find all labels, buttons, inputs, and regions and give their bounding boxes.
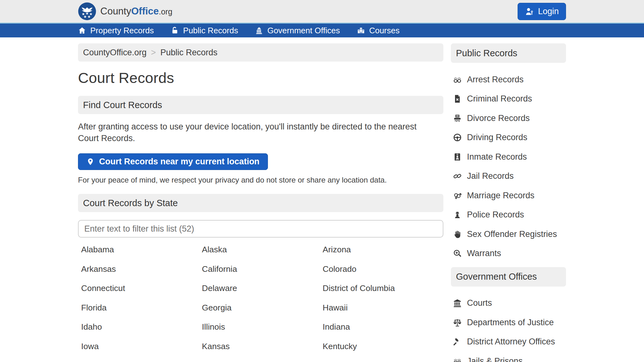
- sidebar-public-records-heading: Public Records: [451, 43, 566, 63]
- state-link-arizona[interactable]: Arizona: [323, 245, 443, 255]
- courthouse-icon: [453, 299, 462, 308]
- sidebar-item-marriage-records[interactable]: Marriage Records: [453, 190, 566, 201]
- login-button[interactable]: Login: [518, 3, 566, 20]
- state-link-connecticut[interactable]: Connecticut: [81, 283, 202, 293]
- sidebar-item-criminal-records[interactable]: Criminal Records: [453, 94, 566, 104]
- nav-item-label: Property Records: [90, 26, 154, 36]
- breadcrumb-current: Public Records: [160, 48, 218, 58]
- sidebar-item-label: Driving Records: [467, 133, 527, 142]
- nav-item-property-records[interactable]: Property Records: [78, 26, 154, 36]
- state-link-kansas[interactable]: Kansas: [202, 342, 323, 351]
- nav-item-public-records[interactable]: Public Records: [171, 26, 238, 36]
- find-section-heading: Find Court Records: [78, 96, 443, 114]
- house-icon: [78, 26, 86, 35]
- sidebar-item-label: Arrest Records: [467, 75, 524, 85]
- privacy-note: For your peace of mind, we respect your …: [78, 176, 443, 184]
- school-icon: [357, 26, 365, 35]
- find-description: After granting access to use your device…: [78, 121, 433, 144]
- person-key-icon: [525, 7, 535, 16]
- id-card-icon: [453, 152, 462, 162]
- state-filter-input[interactable]: [78, 220, 443, 238]
- handcuffs-icon: [453, 75, 462, 84]
- nav-item-label: Public Records: [183, 26, 238, 36]
- padlock-open-icon: [171, 26, 179, 35]
- handcuffs-icon: [453, 357, 462, 362]
- near-location-label: Court Records near my current location: [99, 157, 259, 167]
- state-link-california[interactable]: California: [202, 264, 323, 274]
- state-link-arkansas[interactable]: Arkansas: [81, 264, 202, 274]
- police-officer-icon: [453, 210, 462, 219]
- login-label: Login: [538, 7, 559, 16]
- sidebar-item-courts[interactable]: Courts: [453, 298, 566, 309]
- capitol-icon: [255, 26, 263, 35]
- sidebar-item-district-attorney-offices[interactable]: District Attorney Offices: [453, 337, 566, 347]
- site-header: CountyOffice.org Login: [0, 0, 644, 23]
- site-logo[interactable]: CountyOffice.org: [78, 2, 172, 20]
- sidebar-item-label: Criminal Records: [467, 94, 532, 104]
- sidebar-item-label: Warrants: [467, 249, 501, 258]
- state-link-delaware[interactable]: Delaware: [202, 283, 323, 293]
- state-link-idaho[interactable]: Idaho: [81, 322, 202, 332]
- sidebar-item-departments-of-justice[interactable]: Departments of Justice: [453, 317, 566, 328]
- state-link-iowa[interactable]: Iowa: [81, 342, 202, 351]
- steering-wheel-icon: [453, 133, 462, 142]
- sidebar-item-label: District Attorney Offices: [467, 337, 555, 347]
- state-link-alaska[interactable]: Alaska: [202, 245, 323, 255]
- sidebar-item-jail-records[interactable]: Jail Records: [453, 171, 566, 182]
- state-link-indiana[interactable]: Indiana: [323, 322, 443, 332]
- sidebar-item-divorce-records[interactable]: Divorce Records: [453, 113, 566, 123]
- sidebar-item-warrants[interactable]: Warrants: [453, 248, 566, 259]
- shredder-icon: [453, 114, 462, 123]
- state-link-kentucky[interactable]: Kentucky: [323, 342, 443, 351]
- file-x-icon: [453, 94, 462, 103]
- raised-hand-icon: [453, 230, 462, 239]
- sidebar-item-label: Courts: [467, 298, 492, 308]
- nav-item-label: Government Offices: [267, 26, 340, 36]
- search-plus-icon: [453, 249, 462, 258]
- sidebar-item-inmate-records[interactable]: Inmate Records: [453, 151, 566, 162]
- gavel-icon: [453, 337, 462, 346]
- page-title: Court Records: [78, 69, 443, 86]
- by-state-section-heading: Court Records by State: [78, 194, 443, 212]
- nav-item-label: Courses: [369, 26, 400, 36]
- sidebar-item-label: Departments of Justice: [467, 318, 554, 327]
- breadcrumb: CountyOffice.org > Public Records: [78, 43, 443, 62]
- state-link-alabama[interactable]: Alabama: [81, 245, 202, 255]
- breadcrumb-home-link[interactable]: CountyOffice.org: [83, 48, 147, 58]
- nav-item-government-offices[interactable]: Government Offices: [255, 26, 340, 36]
- state-list: AlabamaAlaskaArizonaArkansasCaliforniaCo…: [78, 240, 443, 362]
- state-link-florida[interactable]: Florida: [81, 303, 202, 313]
- sidebar-item-arrest-records[interactable]: Arrest Records: [453, 74, 566, 85]
- sidebar-item-police-records[interactable]: Police Records: [453, 210, 566, 220]
- state-link-hawaii[interactable]: Hawaii: [323, 303, 443, 313]
- main-content: CountyOffice.org > Public Records Court …: [78, 43, 443, 362]
- near-location-button[interactable]: Court Records near my current location: [78, 153, 268, 170]
- sidebar-item-driving-records[interactable]: Driving Records: [453, 132, 566, 143]
- sidebar-item-label: Police Records: [467, 210, 524, 220]
- sidebar-item-label: Jail Records: [467, 171, 514, 181]
- location-pin-icon: [86, 158, 94, 166]
- sidebar-item-label: Inmate Records: [467, 152, 527, 162]
- state-link-maine[interactable]: Maine: [202, 361, 323, 362]
- sidebar-item-label: Divorce Records: [467, 113, 530, 123]
- state-link-colorado[interactable]: Colorado: [323, 264, 443, 274]
- sidebar-item-label: Marriage Records: [467, 191, 535, 200]
- state-link-georgia[interactable]: Georgia: [202, 303, 323, 313]
- chain-links-icon: [453, 172, 462, 181]
- main-nav: Property RecordsPublic RecordsGovernment…: [0, 23, 644, 37]
- sidebar-item-jails-and-prisons[interactable]: Jails & Prisons: [453, 356, 566, 362]
- breadcrumb-separator: >: [151, 48, 156, 58]
- state-link-maryland[interactable]: Maryland: [323, 361, 443, 362]
- state-link-illinois[interactable]: Illinois: [202, 322, 323, 332]
- sidebar-item-sex-offender-registries[interactable]: Sex Offender Registries: [453, 229, 566, 239]
- sidebar-government-offices-heading: Government Offices: [451, 267, 566, 287]
- nav-item-courses[interactable]: Courses: [357, 26, 400, 36]
- eagle-logo-icon: [78, 2, 96, 20]
- sidebar-item-label: Sex Offender Registries: [467, 229, 557, 239]
- gender-symbols-icon: [453, 191, 462, 200]
- sidebar-item-label: Jails & Prisons: [467, 356, 523, 362]
- sidebar: Public Records Arrest RecordsCriminal Re…: [451, 43, 566, 362]
- state-link-louisiana[interactable]: Louisiana: [81, 361, 202, 362]
- brand-name: CountyOffice.org: [100, 6, 172, 17]
- state-link-district-of-columbia[interactable]: District of Columbia: [323, 283, 443, 293]
